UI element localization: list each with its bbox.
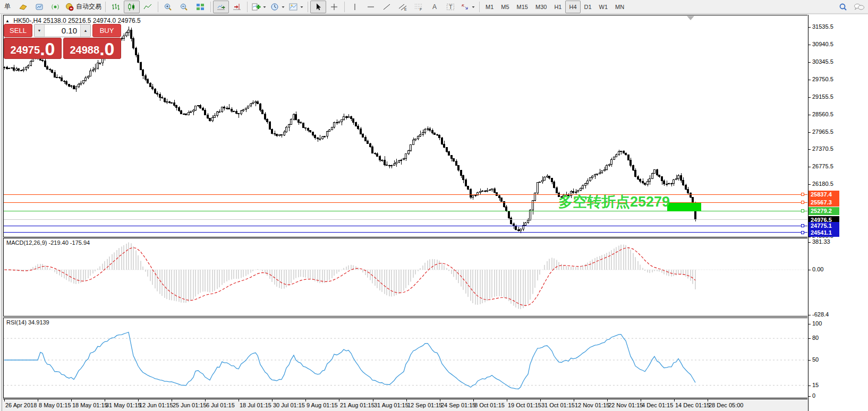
candlestick-chart-icon[interactable] bbox=[124, 1, 140, 13]
journal-icon[interactable] bbox=[15, 1, 31, 13]
axis-tick-label: 31535.5 bbox=[812, 23, 833, 30]
time-tick-label: 26 Apr 2018 bbox=[5, 402, 37, 408]
axis-tick bbox=[809, 97, 811, 98]
auto-trading-button[interactable]: 自动交易 bbox=[63, 1, 103, 13]
axis-tick-label: 0.00 bbox=[812, 266, 823, 272]
vertical-line-icon[interactable] bbox=[347, 1, 363, 13]
templates-icon-glyph bbox=[288, 3, 298, 11]
collapse-icon[interactable]: ▲ bbox=[5, 19, 10, 23]
timeframe-button-m15[interactable]: M15 bbox=[513, 1, 532, 13]
timeframe-button-h1[interactable]: H1 bbox=[550, 1, 565, 13]
timeframe-button-mn[interactable]: MN bbox=[611, 1, 628, 13]
periods-icon-glyph bbox=[270, 3, 279, 11]
label-icon[interactable]: T bbox=[442, 1, 458, 13]
time-axis[interactable]: 26 Apr 20188 May 01:1518 May 01:1531 May… bbox=[3, 399, 807, 411]
axis-tick-label: -628.4 bbox=[812, 311, 829, 318]
chart-shift-icon[interactable] bbox=[229, 1, 245, 13]
axis-tick-label: 29750.5 bbox=[812, 76, 833, 82]
axis-tick bbox=[809, 242, 811, 243]
search-icon[interactable] bbox=[835, 1, 851, 13]
svg-text:F: F bbox=[420, 7, 422, 11]
text-icon[interactable]: A bbox=[427, 1, 442, 13]
toolbar-separator bbox=[344, 2, 345, 12]
periods-icon[interactable] bbox=[268, 1, 287, 13]
time-tick bbox=[574, 399, 574, 401]
buy-price-int: 24988 bbox=[70, 43, 100, 57]
bar-chart-icon-glyph bbox=[111, 3, 121, 11]
chart-shift-marker-icon[interactable] bbox=[687, 16, 694, 20]
rsi-pane[interactable] bbox=[3, 318, 807, 398]
chat-icon[interactable] bbox=[851, 1, 867, 13]
sell-button[interactable]: SELL bbox=[4, 24, 32, 37]
macd-pane[interactable] bbox=[3, 238, 807, 316]
axis-tick-label: 80 bbox=[812, 335, 819, 341]
crosshair-icon-glyph bbox=[329, 3, 339, 11]
axis-tick bbox=[809, 45, 811, 45]
horizontal-line-icon[interactable] bbox=[363, 1, 379, 13]
time-tick-label: 12 Jun 01:15 bbox=[139, 402, 173, 408]
bar-chart-icon[interactable] bbox=[108, 1, 124, 13]
macd-value-main: -219.40 bbox=[48, 239, 68, 246]
axis-tick bbox=[809, 386, 811, 386]
zoom-in-icon[interactable] bbox=[160, 1, 176, 13]
toolbar-separator bbox=[247, 2, 248, 12]
timeframe-button-h4[interactable]: H4 bbox=[565, 1, 580, 13]
templates-icon[interactable] bbox=[287, 1, 305, 13]
axis-tick-label: 50 bbox=[812, 356, 819, 363]
new-order-label[interactable]: 单 bbox=[0, 1, 15, 13]
sell-price-display[interactable]: 24975.0 bbox=[4, 38, 62, 59]
main-chart-pane[interactable] bbox=[3, 15, 807, 237]
line-chart-icon[interactable] bbox=[140, 1, 156, 13]
buy-button[interactable]: BUY bbox=[92, 24, 121, 37]
time-tick bbox=[507, 399, 507, 401]
time-tick bbox=[305, 399, 306, 401]
svg-text:E: E bbox=[404, 7, 407, 11]
time-tick-label: 12 Nov 01:15 bbox=[575, 402, 609, 408]
arrows-icon[interactable] bbox=[458, 1, 477, 13]
crosshair-icon[interactable] bbox=[326, 1, 342, 13]
macd-label: MACD(12,26,9) -219.40 -175.94 bbox=[6, 239, 90, 246]
timeframe-button-m1[interactable]: M1 bbox=[482, 1, 497, 13]
timeframe-button-d1[interactable]: D1 bbox=[581, 1, 595, 13]
main-toolbar: 单自动交易EFATM1M5M15M30H1H4D1W1MN bbox=[0, 0, 868, 14]
timeframe-button-w1[interactable]: W1 bbox=[595, 1, 612, 13]
cursor-icon[interactable] bbox=[310, 1, 326, 13]
axis-tick bbox=[809, 315, 811, 315]
volume-up-icon[interactable]: ▲ bbox=[81, 24, 90, 37]
indicators-icon[interactable] bbox=[250, 1, 268, 13]
signals-icon[interactable] bbox=[47, 1, 63, 13]
time-tick bbox=[138, 399, 139, 401]
volume-stepper: ▼ 0.10 ▲ bbox=[34, 24, 91, 37]
timeframe-button-m5[interactable]: M5 bbox=[497, 1, 513, 13]
fibonacci-icon[interactable]: F bbox=[411, 1, 427, 13]
axis-tick bbox=[809, 27, 811, 28]
trendline-icon[interactable] bbox=[379, 1, 395, 13]
auto-scroll-icon[interactable] bbox=[213, 1, 229, 13]
zoom-out-icon[interactable] bbox=[176, 1, 192, 13]
chat-icon-glyph bbox=[853, 3, 865, 11]
tile-windows-icon[interactable] bbox=[192, 1, 208, 13]
volume-down-icon[interactable]: ▼ bbox=[35, 24, 44, 37]
axis-tick-label: 15 bbox=[812, 382, 819, 388]
highlight-rect bbox=[667, 203, 701, 211]
time-tick bbox=[473, 399, 474, 401]
channel-icon[interactable]: E bbox=[395, 1, 411, 13]
time-tick-label: 19 Oct 01:15 bbox=[508, 402, 541, 408]
toolbar-separator bbox=[479, 2, 480, 12]
time-tick bbox=[440, 399, 440, 401]
buy-price-display[interactable]: 24988.0 bbox=[63, 38, 121, 59]
toolbar-separator bbox=[308, 2, 308, 12]
axis-tick bbox=[809, 237, 811, 237]
axis-tick bbox=[809, 167, 811, 167]
chart-annotation-text[interactable]: 多空转折点25279 bbox=[558, 192, 670, 211]
price-axis[interactable]: 31535.530940.530345.529750.529155.528560… bbox=[808, 15, 868, 411]
market-watch-icon[interactable] bbox=[31, 1, 47, 13]
macd-value-signal: -175.94 bbox=[70, 239, 90, 246]
svg-text:A: A bbox=[432, 3, 437, 11]
volume-value[interactable]: 0.10 bbox=[44, 24, 81, 37]
timeframe-button-m30[interactable]: M30 bbox=[532, 1, 550, 13]
time-tick-label: 21 Aug 01:15 bbox=[340, 402, 375, 408]
auto-trading-glyph bbox=[65, 3, 74, 11]
time-tick bbox=[607, 399, 608, 401]
time-tick-label: 31 Aug 01:15 bbox=[374, 402, 409, 408]
